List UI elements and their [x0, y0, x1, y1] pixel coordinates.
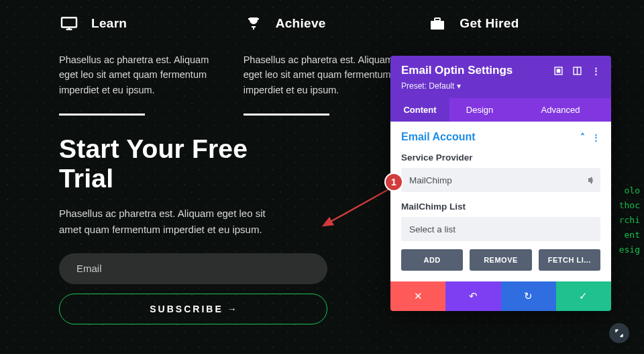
- undo-icon: ↶: [469, 290, 478, 302]
- trial-heading: Start Your Free Trial: [59, 134, 290, 193]
- provider-label: Service Provider: [401, 152, 600, 163]
- feature-learn: Learn Phasellus ac pharetra est. Aliquam…: [59, 16, 217, 116]
- redo-button[interactable]: ↻: [501, 281, 556, 311]
- panel-header[interactable]: Email Optin Settings ⋮ Preset: Default ▾: [390, 56, 611, 98]
- annotation-arrow: [318, 187, 392, 234]
- select-caret-icon: ▴▾: [590, 176, 593, 184]
- resize-icon: [614, 328, 625, 339]
- section-header[interactable]: Email Account ˄ ⋮: [401, 131, 600, 143]
- provider-select[interactable]: MailChimp ▴▾: [401, 168, 600, 192]
- feature-title: Achieve: [276, 16, 326, 31]
- resize-handle[interactable]: [609, 323, 629, 343]
- more-icon[interactable]: ⋮: [592, 132, 600, 142]
- more-icon[interactable]: ⋮: [591, 66, 600, 75]
- subscribe-label: SUBSCRIBE: [150, 304, 223, 314]
- tab-advanced[interactable]: Advanced: [510, 98, 611, 122]
- confirm-button[interactable]: ✓: [556, 281, 611, 311]
- panel-tabs: Content Design Advanced: [390, 98, 611, 122]
- briefcase-icon: [427, 16, 447, 31]
- svg-rect-0: [62, 17, 76, 27]
- annotation-badge-1: 1: [384, 173, 403, 191]
- tab-design[interactable]: Design: [449, 98, 510, 122]
- chevron-up-icon[interactable]: ˄: [580, 132, 585, 142]
- feature-text: Phasellus ac pharetra est. Aliquam eget …: [244, 52, 401, 97]
- tab-content[interactable]: Content: [390, 98, 449, 122]
- undo-button[interactable]: ↶: [445, 281, 500, 311]
- settings-panel: Email Optin Settings ⋮ Preset: Default ▾…: [390, 56, 611, 311]
- section-title: Email Account: [401, 131, 476, 143]
- fetch-button[interactable]: FETCH LI...: [539, 249, 600, 271]
- trophy-icon: [244, 16, 264, 31]
- trial-block: Start Your Free Trial Phasellus ac phare…: [0, 116, 349, 324]
- panel-title: Email Optin Settings: [401, 64, 513, 77]
- list-select[interactable]: Select a list: [401, 217, 600, 241]
- svg-line-9: [323, 189, 388, 226]
- redo-icon: ↻: [524, 290, 533, 302]
- feature-title: Get Hired: [460, 16, 519, 31]
- panel-footer: ✕ ↶ ↻ ✓: [390, 281, 611, 311]
- feature-achieve: Achieve Phasellus ac pharetra est. Aliqu…: [244, 16, 401, 116]
- remove-button[interactable]: REMOVE: [470, 249, 531, 271]
- close-icon: ✕: [414, 290, 423, 302]
- monitor-icon: [59, 16, 79, 31]
- expand-icon[interactable]: [553, 66, 563, 75]
- add-button[interactable]: ADD: [401, 249, 463, 271]
- trial-subtext: Phasellus ac pharetra est. Aliquam eget …: [59, 206, 290, 237]
- subscribe-button[interactable]: SUBSCRIBE →: [59, 294, 327, 324]
- svg-rect-4: [435, 18, 440, 21]
- email-placeholder: Email: [76, 263, 102, 274]
- caret-down-icon: ▾: [457, 81, 461, 91]
- arrow-right-icon: →: [227, 304, 237, 314]
- list-label: MailChimp List: [401, 202, 600, 212]
- svg-rect-6: [557, 69, 559, 72]
- feature-title: Learn: [91, 16, 127, 31]
- check-icon: ✓: [579, 290, 588, 302]
- preset-selector[interactable]: Preset: Default ▾: [401, 81, 461, 91]
- email-input[interactable]: Email: [59, 253, 327, 284]
- cancel-button[interactable]: ✕: [390, 281, 445, 311]
- divider: [244, 114, 329, 116]
- feature-text: Phasellus ac pharetra est. Aliquam eget …: [59, 52, 217, 97]
- grid-icon[interactable]: [572, 66, 582, 75]
- panel-body: Email Account ˄ ⋮ Service Provider MailC…: [390, 122, 611, 281]
- svg-rect-3: [431, 21, 444, 30]
- divider: [59, 114, 145, 116]
